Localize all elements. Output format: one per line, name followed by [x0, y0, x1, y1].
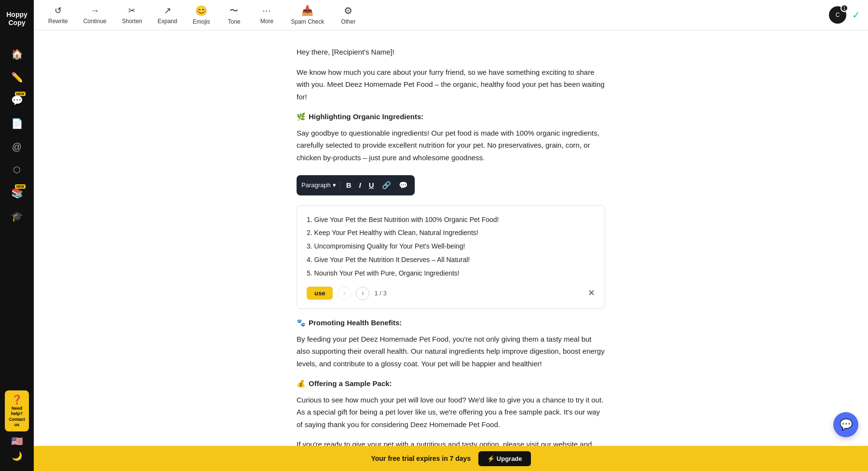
help-text-line1: Need help? — [7, 406, 27, 416]
mentions-icon: @ — [12, 141, 22, 152]
sidebar-item-home[interactable]: 🏠 — [6, 43, 27, 65]
other-icon: ⚙ — [344, 5, 353, 16]
sidebar-bottom: ❓ Need help? Contact us 🇺🇸 🌙 — [5, 390, 29, 465]
chat-new-badge: NEW — [15, 92, 26, 96]
chat-icon: 💬 — [11, 95, 23, 106]
sidebar-item-integrations[interactable]: ⬡ — [6, 159, 27, 180]
toolbar-divider — [340, 181, 340, 190]
tone-button[interactable]: 〜 Tone — [218, 1, 249, 29]
section2-body: By feeding your pet Deez Homemade Pet Fo… — [297, 333, 605, 370]
section3-title: Offering a Sample Pack: — [309, 377, 392, 390]
help-text-line2: Contact us — [7, 417, 27, 428]
language-flag[interactable]: 🇺🇸 — [11, 435, 23, 447]
use-button[interactable]: use — [307, 287, 333, 300]
rewrite-icon: ↺ — [54, 5, 62, 16]
emojis-label: Emojis — [192, 18, 210, 25]
other-label: Other — [341, 18, 355, 25]
list-item: 5. Nourish Your Pet with Pure, Organic I… — [307, 267, 595, 280]
result-box: 1. Give Your Pet the Best Nutrition with… — [297, 205, 605, 309]
top-right-controls: C 1 ✓ — [829, 6, 860, 24]
continue-button[interactable]: → Continue — [77, 2, 113, 28]
rewrite-label: Rewrite — [48, 18, 68, 25]
tone-label: Tone — [228, 18, 240, 25]
avatar[interactable]: C 1 — [829, 6, 846, 24]
sidebar-item-library[interactable]: 📚 NEW — [6, 182, 27, 204]
sidebar-item-chat[interactable]: 💬 NEW — [6, 90, 27, 111]
section3-body: Curious to see how much your pet will lo… — [297, 394, 605, 431]
other-button[interactable]: ⚙ Other — [333, 1, 364, 29]
section2-header: 🐾 Promoting Health Benefits: — [297, 317, 605, 329]
integrations-icon: ⬡ — [13, 165, 21, 175]
spam-check-button[interactable]: 📥 Spam Check — [284, 1, 331, 29]
more-icon: ⋯ — [262, 5, 271, 16]
help-contact-box[interactable]: ❓ Need help? Contact us — [5, 390, 29, 431]
format-select[interactable]: Paragraph ▾ — [301, 180, 336, 191]
list-item: 3. Uncompromising Quality for Your Pet's… — [307, 240, 595, 253]
app-logo[interactable]: Hoppy Copy — [0, 0, 34, 38]
list-item: 4. Give Your Pet the Nutrition It Deserv… — [307, 253, 595, 267]
bottom-banner: Your free trial expires in 7 days ⚡ Upgr… — [34, 446, 868, 471]
editor-content: Hey there, [Recipient's Name]! We know h… — [297, 46, 605, 451]
expand-button[interactable]: ↗ Expand — [151, 1, 184, 28]
expand-label: Expand — [158, 18, 177, 25]
next-result-button[interactable]: › — [356, 287, 369, 300]
section2-emoji: 🐾 — [297, 317, 306, 329]
tone-icon: 〜 — [230, 5, 238, 16]
help-icon: ❓ — [7, 394, 27, 405]
result-list: 1. Give Your Pet the Best Nutrition with… — [307, 213, 595, 280]
more-label: More — [260, 18, 273, 25]
emojis-icon: 😊 — [195, 5, 207, 16]
link-button[interactable]: 🔗 — [380, 178, 393, 193]
chevron-down-icon: ▾ — [333, 180, 336, 191]
section1-body: Say goodbye to questionable ingredients!… — [297, 127, 605, 164]
underline-button[interactable]: U — [367, 178, 376, 193]
floating-toolbar: Paragraph ▾ B I U 🔗 💬 — [297, 175, 415, 195]
notification-badge: 1 — [841, 4, 848, 12]
chat-support-bubble[interactable]: 💬 — [833, 412, 858, 437]
expand-icon: ↗ — [164, 5, 171, 16]
italic-button[interactable]: I — [357, 178, 363, 193]
main-content: ↺ Rewrite → Continue ✂ Shorten ↗ Expand … — [34, 0, 868, 471]
list-item: 1. Give Your Pet the Best Nutrition with… — [307, 213, 595, 227]
document-icon: 📄 — [11, 118, 23, 129]
comment-button[interactable]: 💬 — [397, 178, 410, 193]
close-result-button[interactable]: ✕ — [588, 286, 595, 301]
section1-header: 🌿 Highlighting Organic Ingredients: — [297, 111, 605, 123]
sidebar: Hoppy Copy 🏠 ✏️ 💬 NEW 📄 @ ⬡ 📚 NEW 🎓 — [0, 0, 34, 471]
section1-emoji: 🌿 — [297, 111, 306, 123]
avatar-letter: C — [836, 12, 840, 18]
page-indicator: 1 / 3 — [374, 288, 386, 299]
spam-check-icon: 📥 — [301, 5, 313, 16]
more-button[interactable]: ⋯ More — [251, 1, 282, 28]
library-new-badge: NEW — [15, 184, 26, 189]
toolbar: ↺ Rewrite → Continue ✂ Shorten ↗ Expand … — [34, 0, 868, 30]
home-icon: 🏠 — [11, 48, 23, 60]
bold-button[interactable]: B — [344, 178, 353, 193]
editor-area[interactable]: Hey there, [Recipient's Name]! We know h… — [34, 30, 868, 471]
library-icon: 📚 — [11, 187, 23, 199]
spam-check-label: Spam Check — [291, 18, 324, 25]
prev-result-button[interactable]: ‹ — [338, 287, 351, 300]
emojis-button[interactable]: 😊 Emojis — [186, 1, 217, 29]
intro-text: We know how much you care about your fur… — [297, 66, 605, 103]
section3-header: 💰 Offering a Sample Pack: — [297, 377, 605, 390]
shorten-button[interactable]: ✂ Shorten — [115, 1, 149, 28]
greeting-text: Hey there, [Recipient's Name]! — [297, 46, 605, 58]
logo-line1: Hoppy — [6, 11, 27, 19]
shorten-icon: ✂ — [128, 5, 136, 16]
upgrade-button[interactable]: ⚡ Upgrade — [478, 451, 530, 466]
rewrite-button[interactable]: ↺ Rewrite — [41, 1, 75, 28]
shorten-label: Shorten — [122, 18, 142, 25]
edit-icon: ✏️ — [11, 71, 23, 83]
section3-emoji: 💰 — [297, 377, 306, 390]
sidebar-item-mentions[interactable]: @ — [6, 136, 27, 157]
dark-mode-icon[interactable]: 🌙 — [12, 451, 22, 461]
training-icon: 🎓 — [11, 210, 23, 222]
sidebar-item-document[interactable]: 📄 — [6, 113, 27, 134]
sidebar-item-edit[interactable]: ✏️ — [6, 67, 27, 88]
section1-title: Highlighting Organic Ingredients: — [309, 111, 423, 123]
section2-title: Promoting Health Benefits: — [309, 317, 402, 329]
sidebar-item-training[interactable]: 🎓 — [6, 206, 27, 227]
result-actions: use ‹ › 1 / 3 ✕ — [307, 286, 595, 301]
sidebar-nav: 🏠 ✏️ 💬 NEW 📄 @ ⬡ 📚 NEW 🎓 — [0, 38, 34, 390]
